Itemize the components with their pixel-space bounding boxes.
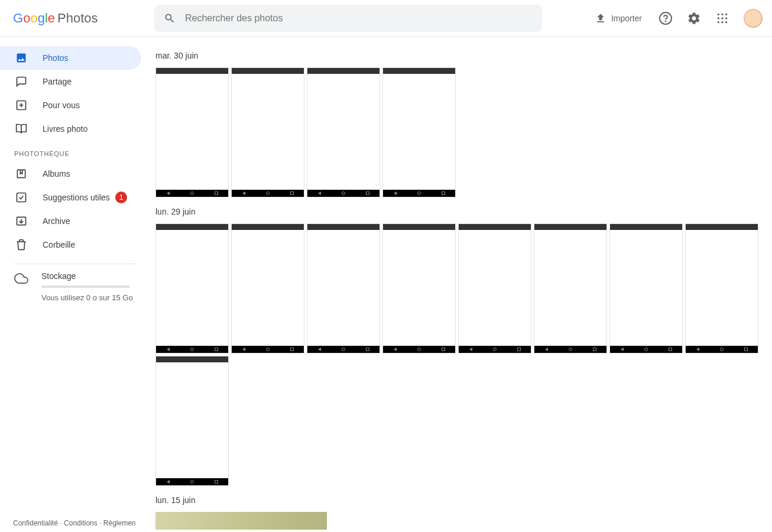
photo-row bbox=[155, 67, 772, 197]
svg-point-4 bbox=[725, 13, 727, 15]
foryou-icon bbox=[14, 99, 28, 111]
date-header[interactable]: lun. 29 juin bbox=[155, 207, 772, 216]
sidebar-item-label: Corbeille bbox=[43, 240, 75, 249]
storage-text: Vous utilisez 0 o sur 15 Go bbox=[41, 293, 137, 303]
logo[interactable]: Google Photos bbox=[9, 11, 154, 26]
terms-link[interactable]: Conditions bbox=[64, 519, 98, 527]
help-icon bbox=[659, 11, 673, 25]
sidebar-item-label: Partage bbox=[43, 77, 72, 86]
photo-thumbnail[interactable] bbox=[458, 223, 531, 353]
divider bbox=[14, 264, 137, 264]
account-avatar[interactable] bbox=[744, 9, 763, 28]
storage-block[interactable]: Stockage Vous utilisez 0 o sur 15 Go bbox=[0, 271, 151, 303]
svg-point-6 bbox=[721, 17, 723, 19]
photo-thumbnail[interactable] bbox=[155, 67, 229, 197]
sidebar-item-label: Suggestions utiles bbox=[43, 193, 110, 202]
sidebar: PhotosPartagePour vousLivres photo PHOTO… bbox=[0, 37, 151, 532]
book-icon bbox=[14, 123, 28, 135]
photo-thumbnail[interactable] bbox=[382, 223, 456, 353]
sidebar-item-archive[interactable]: Archive bbox=[0, 209, 141, 233]
library-section-label: PHOTOTHÈQUE bbox=[0, 141, 151, 162]
sidebar-item-livres-photo[interactable]: Livres photo bbox=[0, 117, 141, 141]
sidebar-item-label: Albums bbox=[43, 169, 70, 179]
search-icon bbox=[164, 12, 176, 24]
date-header[interactable]: lun. 15 juin bbox=[155, 495, 772, 505]
apps-icon bbox=[716, 12, 728, 24]
chat-icon bbox=[14, 76, 28, 87]
svg-point-5 bbox=[718, 17, 719, 19]
settings-button[interactable] bbox=[682, 7, 706, 30]
svg-rect-15 bbox=[17, 193, 26, 202]
search-box[interactable] bbox=[154, 5, 542, 32]
svg-point-9 bbox=[721, 21, 723, 23]
apps-button[interactable] bbox=[711, 7, 734, 30]
import-label: Importer bbox=[611, 14, 642, 23]
photo-thumbnail[interactable] bbox=[534, 223, 607, 353]
sidebar-item-albums[interactable]: Albums bbox=[0, 162, 141, 186]
help-button[interactable] bbox=[654, 7, 677, 30]
sidebar-item-label: Archive bbox=[43, 216, 70, 226]
sidebar-item-partage[interactable]: Partage bbox=[0, 70, 141, 93]
cloud-icon bbox=[14, 271, 28, 286]
photo-thumbnail[interactable] bbox=[307, 223, 380, 353]
photo-thumbnail[interactable] bbox=[382, 67, 456, 197]
privacy-link[interactable]: Confidentialité bbox=[13, 519, 58, 527]
header-actions: Importer bbox=[588, 7, 763, 30]
photo-thumbnail[interactable] bbox=[231, 223, 304, 353]
sidebar-item-suggestions-utiles[interactable]: Suggestions utiles1 bbox=[0, 186, 141, 209]
import-button[interactable]: Importer bbox=[588, 8, 649, 29]
photo-thumbnail[interactable] bbox=[155, 512, 327, 530]
photo-thumbnail[interactable] bbox=[155, 356, 229, 486]
bookmark-icon bbox=[14, 168, 28, 180]
svg-point-3 bbox=[721, 13, 723, 15]
sidebar-item-label: Livres photo bbox=[43, 124, 87, 134]
rules-link[interactable]: Règlemen bbox=[103, 519, 136, 527]
photo-thumbnail[interactable] bbox=[155, 223, 229, 353]
photo-thumbnail[interactable] bbox=[609, 223, 683, 353]
product-name: Photos bbox=[57, 11, 98, 26]
sidebar-item-label: Photos bbox=[43, 53, 69, 63]
svg-point-1 bbox=[666, 21, 666, 21]
trash-icon bbox=[14, 239, 28, 251]
sidebar-item-corbeille[interactable]: Corbeille bbox=[0, 233, 141, 257]
main-content: mar. 30 juinlun. 29 juinlun. 15 juin bbox=[151, 37, 772, 532]
storage-title: Stockage bbox=[41, 271, 137, 281]
photo-row bbox=[155, 512, 772, 530]
svg-rect-14 bbox=[17, 170, 25, 177]
footer-links: Confidentialité · Conditions · Règlemen bbox=[0, 514, 151, 532]
sidebar-item-pour-vous[interactable]: Pour vous bbox=[0, 93, 141, 117]
photo-row bbox=[155, 223, 772, 353]
nav-badge: 1 bbox=[115, 192, 127, 203]
storage-bar bbox=[41, 286, 130, 288]
photo-thumbnail[interactable] bbox=[307, 67, 380, 197]
photo-row bbox=[155, 356, 772, 486]
photo-thumbnail[interactable] bbox=[231, 67, 304, 197]
svg-point-8 bbox=[718, 21, 719, 23]
archive-icon bbox=[14, 215, 28, 227]
svg-point-2 bbox=[718, 13, 719, 15]
photo-thumbnail[interactable] bbox=[685, 223, 758, 353]
gear-icon bbox=[687, 11, 701, 25]
upload-icon bbox=[595, 12, 606, 24]
svg-point-10 bbox=[725, 21, 727, 23]
svg-point-7 bbox=[725, 17, 727, 19]
date-header[interactable]: mar. 30 juin bbox=[155, 51, 772, 60]
sidebar-item-label: Pour vous bbox=[43, 100, 80, 110]
sidebar-item-photos[interactable]: Photos bbox=[0, 46, 141, 70]
google-logo: Google bbox=[13, 11, 55, 26]
search-input[interactable] bbox=[185, 13, 533, 24]
check-icon bbox=[14, 192, 28, 203]
image-icon bbox=[14, 52, 28, 64]
app-header: Google Photos Importer bbox=[0, 0, 772, 37]
